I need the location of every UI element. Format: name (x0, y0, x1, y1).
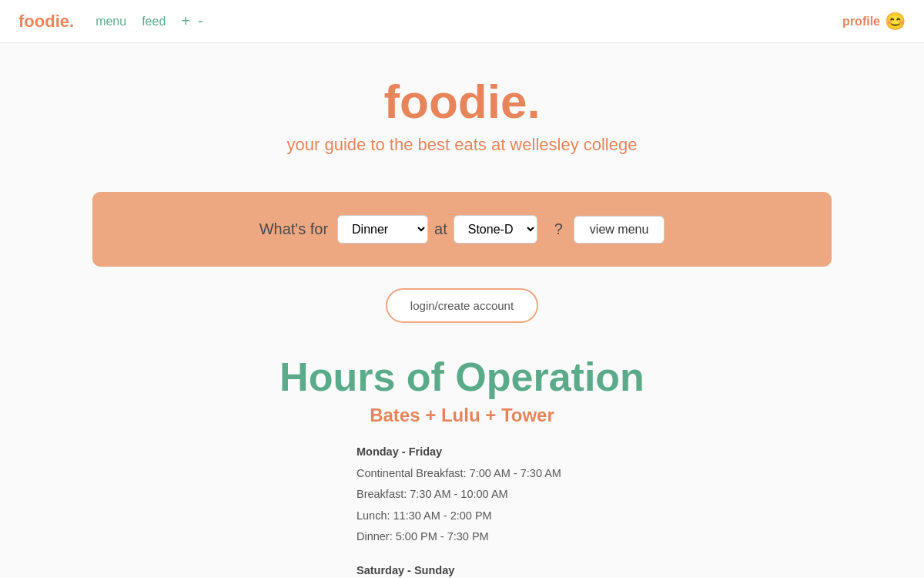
login-button[interactable]: login/create account (386, 288, 538, 323)
hours-content: Monday - Friday Continental Breakfast: 7… (357, 442, 567, 578)
hours-section: Hours of Operation Bates + Lulu + Tower … (0, 346, 924, 578)
hero-section: foodie. your guide to the best eats at w… (0, 43, 924, 170)
weekend-header: Saturday - Sunday (357, 560, 567, 578)
weekday-group: Monday - Friday Continental Breakfast: 7… (357, 442, 567, 548)
weekday-item-2: Breakfast: 7:30 AM - 10:00 AM (357, 484, 567, 506)
meal-select[interactable]: Dinner Breakfast Lunch Brunch (337, 215, 428, 244)
search-at-label: at (434, 220, 447, 238)
nav-add-button[interactable]: + (181, 12, 190, 30)
weekday-item-3: Lunch: 11:30 AM - 2:00 PM (357, 506, 567, 527)
hero-subtitle: your guide to the best eats at wellesley… (15, 135, 909, 155)
weekday-item-1: Continental Breakfast: 7:00 AM - 7:30 AM (357, 463, 567, 485)
login-section: login/create account (0, 288, 924, 323)
nav-menu-link[interactable]: menu (95, 15, 126, 29)
profile-emoji: 😊 (885, 12, 906, 32)
search-label: What's for (259, 220, 328, 238)
navbar: foodie. menu feed + - profile 😊 (0, 0, 924, 43)
nav-profile-button[interactable]: profile 😊 (842, 12, 906, 32)
nav-minus-button[interactable]: - (198, 12, 203, 30)
search-section: What's for Dinner Breakfast Lunch Brunch… (92, 192, 832, 267)
profile-label: profile (842, 15, 880, 29)
search-question-mark: ? (554, 220, 563, 238)
hours-title: Hours of Operation (15, 354, 909, 400)
nav-feed-link[interactable]: feed (142, 15, 166, 29)
nav-logo[interactable]: foodie. (18, 12, 74, 32)
weekend-group: Saturday - Sunday Continental Breakfast:… (357, 560, 567, 578)
view-menu-button[interactable]: view menu (574, 216, 665, 244)
weekday-header: Monday - Friday (357, 442, 567, 463)
location-select[interactable]: Stone-D Bates Lulu Tower (454, 215, 537, 244)
hero-title: foodie. (15, 74, 909, 129)
hours-subtitle: Bates + Lulu + Tower (15, 405, 909, 426)
weekday-item-4: Dinner: 5:00 PM - 7:30 PM (357, 526, 567, 548)
